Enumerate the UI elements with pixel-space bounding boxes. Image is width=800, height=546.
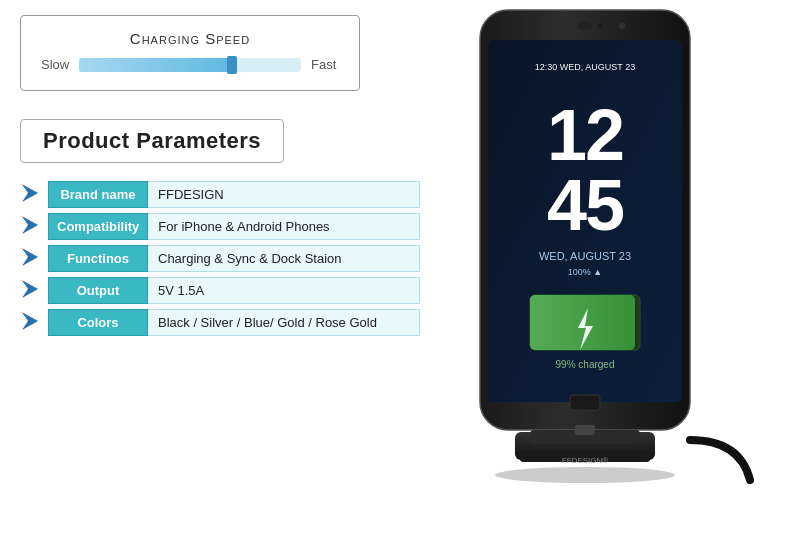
product-parameters-title: Product Parameters bbox=[43, 128, 261, 153]
svg-marker-2 bbox=[22, 248, 38, 266]
table-row: Brand nameFFDESIGN bbox=[20, 181, 420, 208]
svg-point-8 bbox=[577, 22, 593, 30]
svg-rect-25 bbox=[575, 425, 595, 435]
param-value: 5V 1.5A bbox=[148, 277, 420, 304]
svg-point-10 bbox=[619, 23, 625, 29]
table-row: Output5V 1.5A bbox=[20, 277, 420, 304]
svg-marker-0 bbox=[22, 184, 38, 202]
chevron-icon bbox=[20, 310, 42, 336]
chevron-icon bbox=[20, 182, 42, 208]
svg-marker-3 bbox=[22, 280, 38, 298]
svg-point-27 bbox=[495, 467, 675, 483]
charging-title: Charging Speed bbox=[41, 30, 339, 47]
params-table: Brand nameFFDESIGN CompatibilityFor iPho… bbox=[20, 181, 420, 336]
param-key: Output bbox=[48, 277, 148, 304]
param-value: Black / Silver / Blue/ Gold / Rose Gold bbox=[148, 309, 420, 336]
phone-illustration: 12:30 WED, AUGUST 23 12 45 WED, AUGUST 2… bbox=[430, 0, 770, 526]
svg-point-11 bbox=[598, 24, 602, 28]
charging-bar-track bbox=[79, 58, 301, 72]
svg-text:12:30  WED, AUGUST 23: 12:30 WED, AUGUST 23 bbox=[535, 62, 635, 72]
table-row: FunctinosCharging & Sync & Dock Staion bbox=[20, 245, 420, 272]
param-value: FFDESIGN bbox=[148, 181, 420, 208]
svg-marker-4 bbox=[22, 312, 38, 330]
svg-text:100% ▲: 100% ▲ bbox=[568, 267, 602, 277]
slow-label: Slow bbox=[41, 57, 69, 72]
chevron-icon bbox=[20, 278, 42, 304]
param-value: For iPhone & Android Phones bbox=[148, 213, 420, 240]
svg-point-9 bbox=[601, 22, 609, 30]
svg-text:45: 45 bbox=[547, 165, 624, 245]
svg-text:FFDESIGN®: FFDESIGN® bbox=[562, 456, 608, 465]
chevron-icon bbox=[20, 246, 42, 272]
param-key: Colors bbox=[48, 309, 148, 336]
svg-text:12: 12 bbox=[547, 95, 623, 175]
left-panel: Charging Speed Slow Fast Product Paramet… bbox=[20, 15, 440, 341]
charging-bar-fill bbox=[79, 58, 234, 72]
param-key: Compatibility bbox=[48, 213, 148, 240]
chevron-icon bbox=[20, 214, 42, 240]
param-key: Functinos bbox=[48, 245, 148, 272]
bar-marker bbox=[227, 56, 237, 74]
svg-text:WED, AUGUST 23: WED, AUGUST 23 bbox=[539, 250, 631, 262]
svg-rect-21 bbox=[570, 395, 600, 410]
svg-text:99% charged: 99% charged bbox=[556, 359, 615, 370]
charging-bar-row: Slow Fast bbox=[41, 57, 339, 72]
charging-speed-box: Charging Speed Slow Fast bbox=[20, 15, 360, 91]
fast-label: Fast bbox=[311, 57, 339, 72]
product-parameters-box: Product Parameters bbox=[20, 119, 284, 163]
param-value: Charging & Sync & Dock Staion bbox=[148, 245, 420, 272]
param-key: Brand name bbox=[48, 181, 148, 208]
svg-marker-1 bbox=[22, 216, 38, 234]
table-row: CompatibilityFor iPhone & Android Phones bbox=[20, 213, 420, 240]
right-panel: 12:30 WED, AUGUST 23 12 45 WED, AUGUST 2… bbox=[430, 0, 800, 546]
table-row: ColorsBlack / Silver / Blue/ Gold / Rose… bbox=[20, 309, 420, 336]
